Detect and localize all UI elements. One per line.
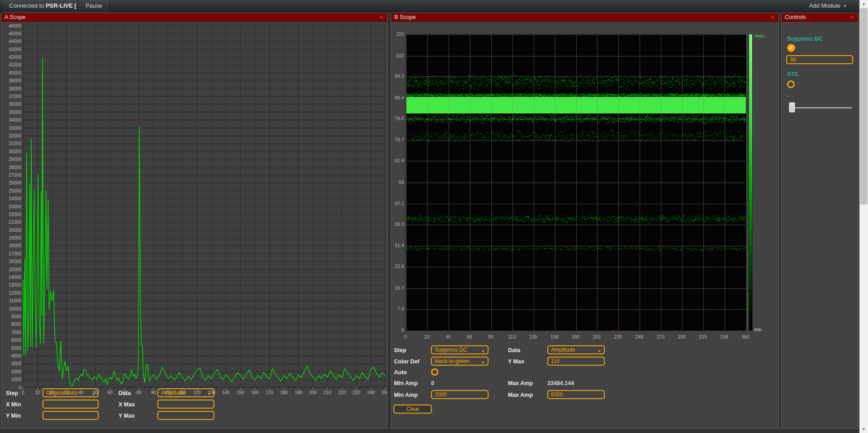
svg-text:13000: 13000 [9, 282, 21, 287]
dropdown-arrow-icon: ▼ [598, 348, 601, 355]
controls-close-icon[interactable]: ✕ [850, 14, 854, 20]
svg-text:37000: 37000 [9, 94, 21, 99]
add-module-button[interactable]: Add Module▼ [804, 0, 852, 12]
a-data-select[interactable]: Amplitude ▼ [157, 388, 214, 397]
b-colorbar-max-label: max [755, 33, 764, 38]
connection-status-prefix: Connected to [9, 2, 46, 9]
svg-text:12000: 12000 [9, 291, 21, 296]
svg-text:180: 180 [280, 390, 288, 395]
svg-text:14000: 14000 [9, 275, 21, 280]
b-x-tick-label: 248 [632, 334, 646, 339]
b-y-tick-label: 47.1 [391, 201, 404, 206]
b-x-tick-label: 135 [526, 334, 540, 339]
b-scope-spectrogram [406, 34, 746, 331]
b-auto-radio[interactable] [431, 368, 438, 376]
svg-text:36000: 36000 [9, 102, 21, 107]
scroll-up-icon[interactable]: ▲ [859, 0, 868, 8]
b-scope-title-bar: B Scope ✕ [391, 13, 778, 22]
svg-text:60: 60 [108, 390, 113, 395]
a-step-select[interactable]: Original Data ▼ [43, 388, 99, 397]
svg-text:220: 220 [338, 390, 346, 395]
a-xmin-label: X Min [6, 401, 21, 408]
svg-text:6000: 6000 [11, 338, 22, 343]
b-auto-label: Auto [394, 369, 407, 376]
svg-text:32000: 32000 [9, 133, 21, 138]
b-scope-title: B Scope [394, 14, 416, 20]
stc-heading: STC [787, 71, 798, 77]
b-ymax-label: Y Max [508, 358, 524, 365]
svg-text:20000: 20000 [9, 228, 21, 233]
svg-text:5000: 5000 [11, 346, 22, 351]
dropdown-arrow-icon: ▼ [481, 359, 485, 367]
pause-button[interactable]: Pause [78, 0, 110, 12]
b-step-select[interactable]: Suppress DC ▼ [431, 345, 489, 354]
scroll-down-icon[interactable]: ▼ [859, 425, 868, 433]
svg-text:19000: 19000 [9, 235, 21, 240]
b-data-label: Data [508, 347, 520, 353]
svg-text:10000: 10000 [9, 306, 21, 311]
b-maxamp-input[interactable] [547, 390, 605, 399]
svg-text:28000: 28000 [9, 165, 21, 170]
app-root: { "toolbar": { "connected_prefix": "Conn… [0, 0, 868, 433]
a-scope-line-chart: 0100020003000400050006000700080009000100… [1, 22, 387, 399]
clear-button[interactable]: Clear [394, 405, 432, 414]
b-x-tick-label: 203 [590, 334, 603, 339]
stc-radio[interactable] [787, 80, 795, 88]
suppress-dc-checkbox[interactable]: ✓ [787, 44, 795, 52]
a-scope-panel: A Scope ✕ 010002000300040005000600070008… [1, 13, 388, 429]
b-y-tick-label: 70.7 [391, 137, 404, 142]
b-y-tick-label: 7.9 [391, 306, 404, 311]
b-x-tick-label: 315 [696, 334, 710, 339]
b-colorbar-min-label: min [754, 327, 762, 332]
svg-text:31000: 31000 [9, 141, 21, 146]
b-data-select[interactable]: Amplitude ▼ [547, 345, 605, 354]
stc-slider-track[interactable] [788, 107, 852, 108]
a-xmin-input[interactable] [43, 400, 99, 409]
b-y-tick-label: 23.6 [391, 264, 404, 269]
suppress-dc-input[interactable] [786, 55, 853, 64]
scrollbar-thumb[interactable] [860, 8, 868, 204]
svg-text:39000: 39000 [9, 78, 21, 83]
stc-dash-label: - [787, 93, 789, 99]
svg-text:38000: 38000 [9, 86, 21, 91]
b-y-tick-label: 62.9 [391, 158, 404, 163]
svg-text:21000: 21000 [9, 220, 21, 225]
a-xmax-input[interactable] [157, 400, 214, 409]
vertical-scrollbar[interactable]: ▲ ▼ [859, 0, 868, 433]
a-scope-title-bar: A Scope ✕ [1, 13, 387, 22]
controls-title-bar: Controls ✕ [782, 13, 858, 22]
svg-text:22000: 22000 [9, 212, 21, 217]
svg-text:17000: 17000 [9, 251, 21, 256]
b-x-tick-label: 90 [484, 334, 498, 339]
b-y-tick-label: 15.7 [391, 285, 404, 291]
b-x-tick-label: 0 [399, 334, 413, 339]
b-x-tick-label: 113 [505, 334, 519, 339]
svg-text:9000: 9000 [11, 314, 22, 319]
b-scope-colorbar [749, 34, 753, 331]
a-ymin-input[interactable] [43, 411, 99, 420]
svg-text:26000: 26000 [9, 180, 21, 185]
svg-text:0: 0 [22, 390, 24, 395]
suppress-dc-heading: Suppress DC [787, 36, 823, 42]
svg-text:16000: 16000 [9, 259, 21, 264]
svg-text:10: 10 [35, 390, 40, 395]
svg-text:150: 150 [237, 390, 244, 395]
b-minamp-input[interactable] [431, 390, 489, 399]
a-scope-close-icon[interactable]: ✕ [379, 14, 384, 20]
svg-text:200: 200 [309, 390, 317, 395]
a-step-label: Step [6, 390, 18, 396]
stc-slider-handle[interactable] [789, 102, 795, 113]
b-ymax-input[interactable] [547, 357, 605, 366]
b-maxamp-static-label: Max Amp [508, 380, 533, 386]
a-scope-title: A Scope [5, 14, 26, 20]
svg-text:160: 160 [251, 390, 259, 395]
a-ymax-label: Y Max [119, 413, 135, 419]
b-colordef-select[interactable]: black-to-green ▼ [431, 357, 489, 366]
b-y-tick-label: 78.6 [391, 116, 404, 121]
b-colordef-label: Color Def [394, 358, 419, 365]
b-x-tick-label: 225 [611, 334, 625, 339]
a-ymax-input[interactable] [157, 411, 214, 420]
svg-text:40000: 40000 [9, 71, 21, 75]
b-y-tick-label: 55 [391, 179, 404, 185]
b-scope-close-icon[interactable]: ✕ [770, 14, 775, 20]
